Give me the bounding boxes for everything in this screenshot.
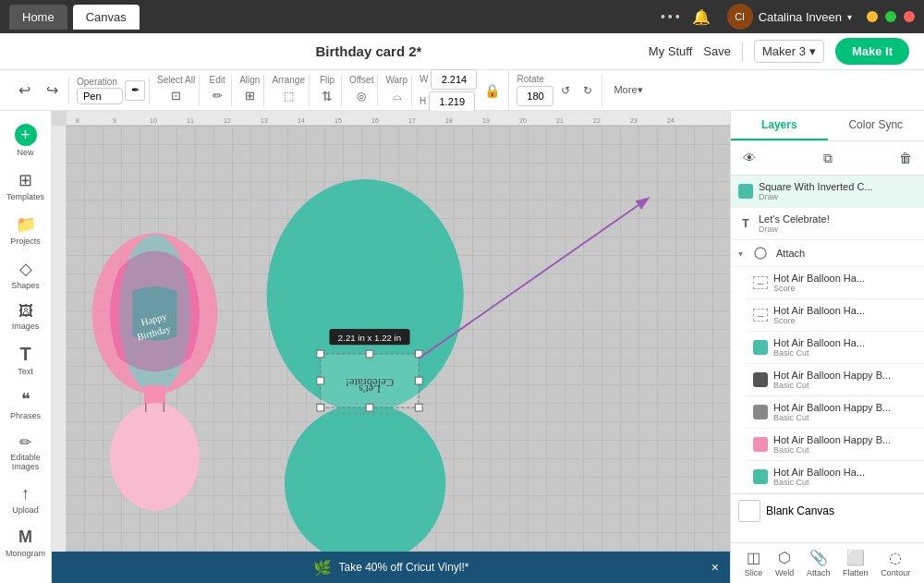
ruler-mark: 21: [556, 117, 564, 124]
promo-close-button[interactable]: ×: [711, 560, 719, 575]
collapse-arrow[interactable]: ▾: [738, 249, 743, 259]
blank-canvas-item[interactable]: Blank Canvas: [731, 493, 924, 528]
contour-button[interactable]: ◌ Contour: [881, 549, 910, 577]
layer-text: Hot Air Balloon Ha... Score: [773, 273, 917, 293]
rotate-right-button[interactable]: ↻: [578, 80, 598, 101]
offset-button[interactable]: ◎: [351, 86, 371, 106]
mystuff-button[interactable]: My Stuff: [649, 44, 692, 58]
edit-button[interactable]: ✏: [207, 86, 227, 106]
ruler-mark: 15: [334, 117, 342, 124]
sidebar-item-phrases[interactable]: ❝ Phrases: [3, 383, 49, 426]
images-icon: 🖼: [18, 303, 33, 320]
layer-square-inverted[interactable]: Square With Inverted C... Draw: [731, 176, 924, 208]
sidebar-item-projects[interactable]: 📁 Projects: [3, 209, 49, 251]
sidebar-item-text[interactable]: T Text: [3, 338, 49, 382]
slice-button[interactable]: ◫ Slice: [745, 549, 763, 577]
canvas-area[interactable]: 8 9 10 11 12 13 14 15 16 17 18 19 20 21 …: [52, 111, 730, 583]
layer-balloon-basic1[interactable]: Hot Air Balloon Ha... Basic Cut: [746, 332, 924, 364]
undo-button[interactable]: ↩: [11, 78, 37, 103]
chevron-down-icon: ▾: [847, 12, 852, 22]
canvas-bg[interactable]: Happy Birthday: [67, 126, 730, 583]
layer-balloon-score2[interactable]: --- Hot Air Balloon Ha... Score: [746, 299, 924, 332]
layer-balloon-happy1[interactable]: Hot Air Balloon Happy B... Basic Cut: [746, 364, 924, 396]
lock-icon[interactable]: 🔒: [479, 78, 505, 103]
slice-icon: ◫: [747, 549, 760, 566]
attach-button[interactable]: 📎 Attach: [807, 549, 831, 577]
weld-button[interactable]: ⬡ Weld: [775, 549, 794, 577]
layer-color-swatch: [753, 469, 768, 484]
redo-button[interactable]: ↪: [39, 78, 65, 103]
canvas-tab[interactable]: Canvas: [73, 5, 140, 30]
close-button[interactable]: [904, 11, 915, 22]
layer-name: Hot Air Balloon Ha...: [773, 337, 917, 348]
sidebar-item-templates[interactable]: ⊞ Templates: [3, 164, 49, 207]
align-button[interactable]: ⊞: [239, 86, 260, 106]
width-input[interactable]: 2.214: [431, 69, 477, 90]
upload-icon: ↑: [21, 484, 30, 504]
more-button[interactable]: More▾: [610, 84, 646, 96]
layers-list: Square With Inverted C... Draw T Let's C…: [731, 176, 924, 542]
flatten-label: Flatten: [843, 568, 869, 577]
flip-group: Flip ⇅: [313, 75, 342, 106]
user-area[interactable]: CI Catalina Inveen ▾: [727, 4, 852, 30]
ruler-mark: 13: [261, 117, 268, 124]
arrange-label: Arrange: [272, 75, 305, 85]
layer-balloon-score1[interactable]: --- Hot Air Balloon Ha... Score: [746, 267, 924, 299]
ruler-top: 8 9 10 11 12 13 14 15 16 17 18 19 20 21 …: [67, 111, 730, 126]
layers-copy-button[interactable]: ⧉: [817, 147, 839, 169]
operation-value: Pen: [83, 91, 116, 102]
layer-balloon-happy3[interactable]: Hot Air Balloon Happy B... Basic Cut: [746, 429, 924, 461]
makeit-button[interactable]: Make It: [835, 38, 909, 65]
minimize-button[interactable]: [867, 11, 878, 22]
offset-label: Offset: [349, 75, 374, 85]
layer-balloon-happy4[interactable]: Hot Air Balloon Ha... Basic Cut: [746, 461, 924, 493]
select-all-button[interactable]: ⊡: [166, 86, 187, 106]
maximize-button[interactable]: [885, 11, 896, 22]
rotate-left-button[interactable]: ↺: [555, 80, 576, 101]
sidebar-item-monogram[interactable]: M Monogram: [3, 522, 49, 564]
sidebar-item-editable-images[interactable]: ✏ Editable Images: [3, 428, 49, 477]
layer-text: Hot Air Balloon Happy B... Basic Cut: [773, 370, 917, 390]
layer-lets-celebrate[interactable]: T Let's Celebrate! Draw: [731, 208, 924, 240]
align-group: Align ⊞: [236, 75, 264, 106]
sidebar-item-shapes[interactable]: ◇ Shapes: [3, 253, 49, 296]
sidebar-item-new[interactable]: + New: [3, 118, 49, 163]
home-tab[interactable]: Home: [9, 5, 67, 30]
warp-button[interactable]: ⌓: [386, 86, 407, 106]
arrange-group: Arrange ⬚: [268, 75, 310, 106]
layer-color-swatch: [753, 405, 768, 419]
machine-selector[interactable]: Maker 3 ▾: [754, 40, 824, 63]
height-input[interactable]: 1.219: [429, 91, 475, 112]
arrange-button[interactable]: ⬚: [278, 86, 298, 106]
tab-color-sync[interactable]: Color Sync: [828, 111, 925, 140]
contour-label: Contour: [881, 568, 910, 577]
layer-attach-group[interactable]: ▾ Attach: [731, 240, 924, 267]
layer-name: Hot Air Balloon Happy B...: [773, 402, 917, 413]
promo-banner[interactable]: 🌿 Take 40% off Cricut Vinyl!* ×: [52, 552, 730, 583]
height-label: H: [419, 96, 426, 106]
save-button[interactable]: Save: [703, 44, 731, 58]
layers-eye-button[interactable]: 👁: [738, 147, 760, 169]
flatten-button[interactable]: ⬜ Flatten: [843, 549, 869, 577]
dots-menu[interactable]: •••: [661, 9, 683, 24]
flip-button[interactable]: ⇅: [317, 86, 337, 106]
rotate-input[interactable]: 180: [517, 86, 553, 106]
layer-sub: Basic Cut: [773, 381, 917, 390]
sidebar-item-label: Text: [18, 367, 33, 376]
sidebar-item-images[interactable]: 🖼 Images: [3, 298, 49, 336]
blank-canvas-label: Blank Canvas: [766, 504, 834, 517]
more-group[interactable]: More▾: [606, 84, 650, 96]
sidebar-item-label: Monogram: [6, 549, 45, 558]
tab-layers[interactable]: Layers: [731, 111, 828, 140]
select-all-label: Select All: [157, 75, 195, 85]
ruler-mark: 16: [371, 117, 379, 124]
sidebar-item-upload[interactable]: ↑ Upload: [3, 479, 49, 520]
text-layer-icon: T: [738, 216, 753, 231]
layers-delete-button[interactable]: 🗑: [894, 147, 917, 169]
bell-icon[interactable]: 🔔: [692, 8, 711, 26]
undo-redo-group: ↩ ↪: [7, 78, 69, 103]
sidebar-item-label: Phrases: [10, 411, 41, 420]
layer-balloon-happy2[interactable]: Hot Air Balloon Happy B... Basic Cut: [746, 396, 924, 429]
layer-name: Let's Celebrate!: [759, 213, 917, 225]
operation-select[interactable]: Pen: [77, 88, 123, 104]
